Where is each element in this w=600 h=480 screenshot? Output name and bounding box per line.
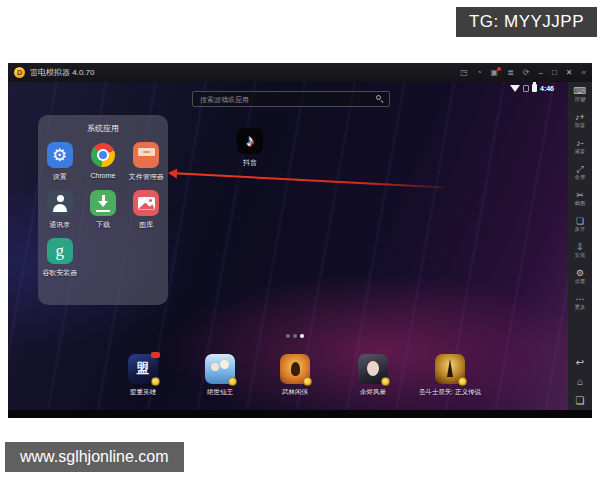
app-contacts[interactable]: 通讯录 (38, 190, 81, 230)
app-label: 抖音 (243, 158, 257, 168)
page-dot[interactable] (286, 334, 290, 338)
contacts-icon (47, 190, 73, 216)
multi-instance-icon: ❏ (576, 216, 584, 226)
app-saint-seiya[interactable]: 圣斗士星矢: 正义传说 (408, 354, 492, 397)
gear-icon: ⚙ (576, 268, 584, 278)
more-icon: ⋯ (576, 294, 585, 304)
downloads-icon (90, 190, 116, 216)
app-wulin-xianxia[interactable]: 武林闲侠 (253, 354, 337, 397)
game-icon (280, 354, 310, 384)
app-gallery[interactable]: 图库 (125, 190, 168, 230)
page-dot-active[interactable] (300, 334, 304, 338)
app-chrome[interactable]: Chrome (81, 142, 124, 182)
coin-badge (303, 377, 312, 386)
search-input[interactable] (192, 91, 390, 107)
toolbar-multi-instance[interactable]: ❏ 多开 (574, 216, 586, 242)
coin-badge (381, 377, 390, 386)
app-douyin[interactable]: ♪ 抖音 (224, 128, 276, 168)
game-icon (435, 354, 465, 384)
app-mengzhong-heroes[interactable]: 盟 盟重英雄 (101, 354, 185, 397)
app-label: 下载 (96, 220, 110, 230)
toolbar-more[interactable]: ⋯ 更多 (574, 294, 586, 320)
emulator-window: D 雷电模拟器 4.0.70 ◳ ◔ ▣ ≣ ⟳ – □ ✕ « 4:46 系统… (8, 63, 592, 418)
menu-icon[interactable]: ≣ (507, 69, 514, 77)
folder-grid: ⚙ 设置 Chrome 文件管理器 通讯录 (38, 142, 168, 278)
toolbar-settings[interactable]: ⚙ 设置 (574, 268, 586, 294)
volume-down-icon: ♪- (576, 138, 584, 148)
app-label: 谷歌安装器 (42, 268, 77, 278)
collapse-sidebar-icon[interactable]: « (582, 69, 586, 77)
emulator-titlebar: D 雷电模拟器 4.0.70 ◳ ◔ ▣ ≣ ⟳ – □ ✕ « (8, 63, 592, 82)
back-icon[interactable]: ↩ (576, 358, 584, 368)
recents-icon[interactable]: ❏ (576, 396, 585, 406)
feedback-icon[interactable]: ▣ (491, 69, 499, 77)
game-icon: 盟 (128, 354, 158, 384)
coin-badge (228, 377, 237, 386)
titlebar-controls: ◳ ◔ ▣ ≣ ⟳ – □ ✕ « (460, 69, 586, 77)
settings-icon: ⚙ (47, 142, 73, 168)
android-nav-buttons: ↩ ⌂ ❏ (576, 358, 585, 406)
gallery-icon (133, 190, 159, 216)
annotation-arrow (168, 168, 446, 193)
search-icon (376, 95, 381, 100)
volume-up-icon: ♪+ (575, 112, 585, 122)
battery-icon (532, 84, 537, 92)
keymap-icon: ⌨ (574, 86, 587, 96)
minimize-button[interactable]: – (539, 69, 543, 77)
app-file-manager[interactable]: 文件管理器 (125, 142, 168, 182)
google-installer-icon: g (47, 238, 73, 264)
app-jueshi-xianwang[interactable]: 绝世仙王 (178, 354, 262, 397)
hot-badge (151, 352, 160, 358)
file-manager-icon (133, 142, 159, 168)
app-yujin-fengbao[interactable]: 余烬风暴 (331, 354, 415, 397)
clock-text: 4:46 (540, 85, 554, 92)
app-label: 圣斗士星矢: 正义传说 (419, 388, 481, 397)
android-statusbar: 4:46 (510, 84, 554, 92)
install-apk-icon: ⇩ (576, 242, 584, 252)
app-label: 盟重英雄 (130, 388, 156, 397)
close-button[interactable]: ✕ (566, 69, 573, 77)
window-title: 雷电模拟器 4.0.70 (30, 67, 94, 78)
page-dot[interactable] (293, 334, 297, 338)
window-bottom-strip (8, 410, 592, 418)
telegram-watermark: TG: MYYJJPP (456, 7, 597, 37)
app-label: 文件管理器 (129, 172, 164, 182)
maximize-button[interactable]: □ (552, 69, 557, 77)
system-apps-folder: 系统应用 ⚙ 设置 Chrome 文件管理器 (38, 115, 168, 305)
android-screen: 4:46 系统应用 ⚙ 设置 Chrome 文件管理器 (8, 82, 568, 410)
chrome-icon (90, 142, 116, 168)
app-downloads[interactable]: 下载 (81, 190, 124, 230)
game-icon (358, 354, 388, 384)
app-label: 通讯录 (49, 220, 70, 230)
arrow-head-icon (168, 168, 178, 178)
toolbar-keymap[interactable]: ⌨ 按键 (574, 86, 587, 112)
rotate-icon[interactable]: ⟳ (523, 69, 530, 77)
toolbar-screenshot[interactable]: ✂ 截图 (574, 190, 586, 216)
toolbar-volume-up[interactable]: ♪+ 加音 (574, 112, 586, 138)
fullscreen-icon: ⤢ (576, 164, 583, 174)
app-label: 余烬风暴 (360, 388, 386, 397)
gamepad-icon[interactable]: ◳ (460, 69, 468, 77)
page-indicator (286, 334, 304, 338)
wifi-icon (510, 85, 520, 92)
screenshot-icon: ✂ (576, 190, 584, 200)
toolbar-install-apk[interactable]: ⇩ 安装 (574, 242, 586, 268)
toolbar-volume-down[interactable]: ♪- 减音 (574, 138, 586, 164)
emulator-toolbar: ⌨ 按键 ♪+ 加音 ♪- 减音 ⤢ 全屏 ✂ 截图 ❏ 多开 ⇩ 安装 ⚙ 设 (568, 82, 592, 410)
app-label: 绝世仙王 (207, 388, 233, 397)
user-icon[interactable]: ◔ (477, 69, 482, 77)
game-icon (205, 354, 235, 384)
arrow-line (175, 172, 446, 188)
folder-title: 系统应用 (38, 123, 168, 134)
douyin-icon: ♪ (237, 128, 263, 154)
coin-badge (458, 377, 467, 386)
app-google-installer[interactable]: g 谷歌安装器 (38, 238, 81, 278)
toolbar-fullscreen[interactable]: ⤢ 全屏 (574, 164, 586, 190)
app-settings[interactable]: ⚙ 设置 (38, 142, 81, 182)
app-label: 图库 (139, 220, 153, 230)
app-label: 武林闲侠 (282, 388, 308, 397)
app-label: Chrome (91, 172, 116, 179)
ldplayer-logo-icon: D (14, 67, 25, 78)
home-icon[interactable]: ⌂ (577, 377, 583, 387)
website-watermark: www.sglhjonline.com (5, 442, 184, 472)
